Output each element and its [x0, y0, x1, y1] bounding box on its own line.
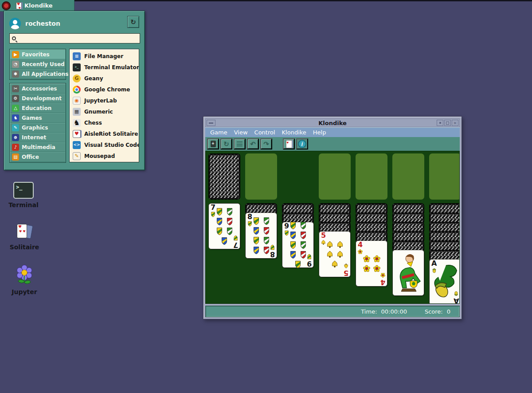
- redo-button[interactable]: ↷: [260, 138, 272, 149]
- statistics-button[interactable]: [234, 138, 246, 149]
- education-icon: △: [12, 105, 19, 112]
- menu-klondike[interactable]: Klondike: [282, 129, 306, 136]
- category-accessories[interactable]: ✂Accessories: [10, 84, 65, 94]
- stock-pile[interactable]: [208, 153, 240, 200]
- menu-game[interactable]: Game: [210, 129, 227, 136]
- category-all-applications[interactable]: ✱All Applications: [10, 69, 65, 79]
- card-pips: [251, 221, 271, 250]
- app-chrome[interactable]: Google Chrome: [70, 84, 138, 95]
- menu-control[interactable]: Control: [254, 129, 275, 136]
- tableau-6-card-U-shields[interactable]: [392, 250, 424, 296]
- close-button[interactable]: ✕: [452, 120, 458, 126]
- tableau-3-card-9-shields[interactable]: 99: [282, 222, 314, 268]
- applications-menu-button[interactable]: [3, 2, 10, 9]
- minimize-button[interactable]: [437, 120, 443, 126]
- klondike-window: Klondike ✕ GameViewControlKlondikeHelp +…: [203, 116, 462, 319]
- file-manager-icon: ≡: [73, 52, 81, 60]
- search-box[interactable]: [9, 33, 140, 43]
- desktop: Klondike rocheston ↻ ▶Favorites◔Recently…: [0, 0, 532, 393]
- window-menu-button[interactable]: [207, 120, 215, 126]
- tableau-4-card-5-bells[interactable]: 55: [319, 231, 351, 277]
- top-panel-strip: [0, 0, 532, 1]
- window-title: Klondike: [318, 120, 347, 126]
- foundation-1[interactable]: [319, 153, 351, 200]
- tableau-1-card-7-shields[interactable]: 77: [208, 203, 240, 249]
- app-mousepad[interactable]: ✎Mousepad: [70, 150, 138, 161]
- menu-help[interactable]: Help: [313, 129, 326, 136]
- accessories-icon: ✂: [12, 85, 19, 92]
- development-icon: ⚙: [12, 95, 19, 102]
- desktop-icon-label: Jupyter: [12, 288, 37, 295]
- category-label: All Applications: [22, 71, 68, 77]
- whisker-header: rocheston ↻: [9, 15, 139, 32]
- app-aisleriot[interactable]: ♥AisleRiot Solitaire: [70, 128, 138, 139]
- undo-button[interactable]: ↶: [247, 138, 259, 149]
- desktop-icon-terminal[interactable]: >_Terminal: [4, 182, 43, 208]
- time-label: Time:: [361, 308, 377, 315]
- user-avatar: [9, 18, 21, 29]
- multimedia-icon: ♪: [12, 144, 19, 151]
- username: rocheston: [25, 20, 60, 27]
- app-jupyter[interactable]: ◉JupyterLab: [70, 95, 138, 106]
- task-label: Klondike: [24, 2, 53, 9]
- category-internet[interactable]: ⊕Internet: [10, 133, 65, 142]
- mousepad-icon: ✎: [73, 152, 81, 160]
- score-label: Score:: [425, 308, 443, 315]
- geany-icon: G: [73, 75, 81, 83]
- category-label: Development: [22, 95, 62, 102]
- desktop-icon-solitaire[interactable]: Solitaire: [4, 223, 44, 251]
- favorites-icon: ▶: [12, 51, 19, 58]
- aisleriot-icon: ♥: [73, 130, 81, 138]
- all-applications-icon: ✱: [12, 71, 19, 78]
- category-multimedia[interactable]: ♪Multimedia: [10, 142, 65, 152]
- app-file-manager[interactable]: ≡File Manager: [70, 51, 138, 62]
- about-button[interactable]: i: [296, 138, 308, 149]
- app-gnumeric[interactable]: ▦Gnumeric: [70, 106, 138, 117]
- menu-view[interactable]: View: [234, 129, 248, 136]
- foundation-3[interactable]: [392, 153, 424, 200]
- tableau-2-card-8-shields[interactable]: 88: [245, 212, 277, 259]
- titlebar[interactable]: Klondike ✕: [205, 118, 460, 127]
- app-label: Terminal Emulator: [84, 64, 139, 71]
- category-development[interactable]: ⚙Development: [10, 94, 65, 103]
- desktop-icon-jupyter[interactable]: Jupyter: [4, 264, 44, 295]
- category-games[interactable]: ♞Games: [10, 113, 65, 123]
- waste-pile[interactable]: [245, 153, 277, 200]
- terminal-icon: >_: [13, 182, 34, 199]
- maximize-button[interactable]: [444, 120, 451, 126]
- app-label: Mousepad: [84, 153, 115, 159]
- toolbar: +↻↶↷i: [205, 137, 460, 151]
- category-favorites[interactable]: ▶Favorites: [10, 50, 65, 59]
- deck-icon: [286, 140, 292, 148]
- office-icon: ▤: [12, 153, 19, 161]
- category-office[interactable]: ▤Office: [10, 152, 65, 162]
- category-label: Internet: [22, 134, 46, 141]
- vscode-icon: <>: [73, 141, 81, 149]
- app-label: Chess: [84, 120, 102, 126]
- restart-button[interactable]: ↻: [220, 138, 232, 149]
- app-label: File Manager: [84, 53, 123, 59]
- app-label: Geany: [84, 75, 103, 82]
- tableau-7-card-A-acorns[interactable]: AA: [429, 259, 460, 304]
- app-chess[interactable]: ♞Chess: [70, 117, 138, 128]
- app-terminal[interactable]: >_Terminal Emulator: [70, 62, 138, 73]
- taskbar-task-klondike[interactable]: Klondike: [13, 1, 55, 10]
- app-label: Visual Studio Code: [84, 142, 139, 148]
- new-game-icon: +: [211, 141, 216, 147]
- jupyter-icon: ◉: [73, 97, 81, 105]
- deck-button[interactable]: [283, 138, 295, 149]
- new-game-button[interactable]: +: [207, 138, 219, 149]
- app-label: AisleRiot Solitaire: [84, 131, 138, 137]
- foundation-4[interactable]: [429, 153, 460, 200]
- app-geany[interactable]: GGeany: [70, 73, 138, 84]
- category-recently-used[interactable]: ◔Recently Used: [10, 59, 65, 69]
- search-input[interactable]: [18, 35, 137, 42]
- card-pips: [288, 231, 308, 259]
- app-vscode[interactable]: <>Visual Studio Code: [70, 139, 138, 150]
- category-education[interactable]: △Education: [10, 103, 65, 113]
- tableau-5-card-4-roses[interactable]: 44: [356, 240, 387, 287]
- foundation-2[interactable]: [356, 153, 387, 200]
- category-graphics[interactable]: ✎Graphics: [10, 123, 65, 133]
- logout-button[interactable]: ↻: [127, 16, 139, 28]
- category-label: Education: [22, 105, 51, 111]
